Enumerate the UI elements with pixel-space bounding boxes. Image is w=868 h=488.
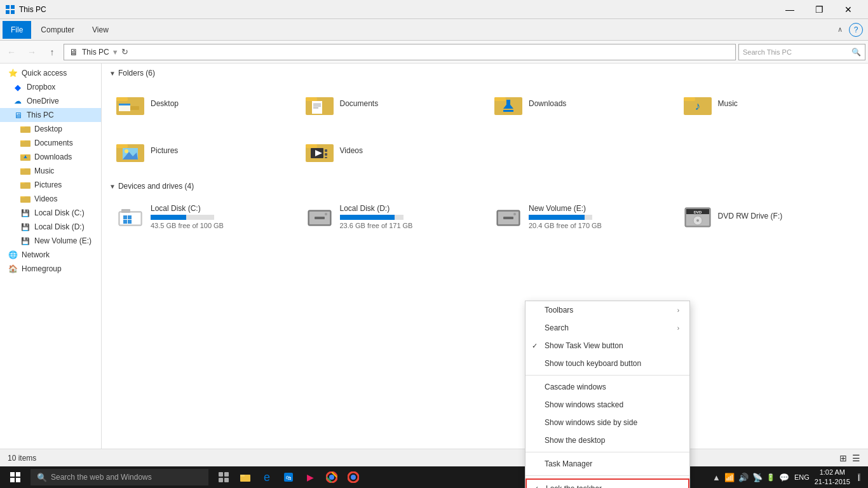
folder-item-videos[interactable]: Videos [299, 130, 483, 172]
sidebar-item-this-pc[interactable]: 🖥 This PC [0, 108, 101, 122]
svg-text:🛍: 🛍 [286, 475, 292, 481]
drive-c-info: Local Disk (C:) 43.5 GB free of 100 GB [151, 204, 224, 229]
ctx-stacked[interactable]: Show windows stacked [526, 396, 689, 414]
ctx-show-task-view[interactable]: ✓ Show Task View button [526, 337, 689, 355]
sidebar-item-quick-access[interactable]: ⭐ Quick access [0, 66, 101, 80]
store-taskbar[interactable]: 🛍 [278, 466, 299, 488]
drive-item-e[interactable]: New Volume (E:) 20.4 GB free of 170 GB [487, 196, 672, 238]
sidebar-item-local-c[interactable]: 💾 Local Disk (C:) [0, 206, 101, 220]
path-icon: 🖥 [69, 47, 78, 57]
battery-icon: 🔋 [766, 473, 775, 482]
refresh-button[interactable]: ↻ [121, 47, 128, 57]
window-controls: — ❐ ✕ [775, 0, 863, 19]
sidebar-item-network[interactable]: 🌐 Network [0, 248, 101, 262]
start-button[interactable] [3, 466, 28, 488]
network-status-icon[interactable]: 📶 [724, 473, 735, 482]
chrome2-taskbar[interactable] [343, 466, 363, 488]
ctx-cascade[interactable]: Cascade windows [526, 378, 689, 396]
dropbox-icon: ◆ [13, 82, 23, 92]
up-button[interactable]: ↑ [43, 43, 61, 61]
svg-rect-43 [306, 144, 317, 148]
drive-item-c[interactable]: Local Disk (C:) 43.5 GB free of 100 GB [109, 196, 294, 238]
svg-point-63 [513, 213, 516, 215]
ctx-show-touch-keyboard[interactable]: Show touch keyboard button [526, 355, 689, 372]
ctx-stacked-label: Show windows stacked [545, 400, 623, 409]
view-list-icon[interactable]: ☰ [852, 453, 860, 463]
address-path[interactable]: 🖥 This PC ▼ ↻ [64, 44, 736, 60]
ctx-toolbars-arrow: › [677, 307, 679, 314]
taskbar-chevron[interactable]: ▲ [712, 473, 721, 482]
sidebar-item-pictures[interactable]: Pictures [0, 178, 101, 192]
sidebar-item-downloads[interactable]: Downloads [0, 150, 101, 164]
show-desktop-btn[interactable]: | [858, 473, 860, 481]
folder-item-music[interactable]: ♪ Music [677, 83, 861, 125]
sidebar-item-local-d[interactable]: 💾 Local Disk (D:) [0, 220, 101, 234]
pictures-folder-label: Pictures [151, 146, 178, 155]
ctx-lock-taskbar[interactable]: ✓ Lock the taskbar [526, 478, 689, 488]
forward-button[interactable]: → [23, 43, 41, 61]
title-bar-icon [5, 4, 15, 15]
sidebar-item-videos[interactable]: Videos [0, 192, 101, 206]
svg-rect-38 [116, 144, 128, 148]
maximize-button[interactable]: ❐ [804, 0, 834, 19]
volume-icon[interactable]: 🔊 [738, 473, 749, 482]
ctx-search[interactable]: Search › [526, 319, 689, 337]
sidebar-label-music: Music [34, 166, 54, 175]
drive-item-f[interactable]: DVD DVD RW Drive (F:) [677, 196, 861, 238]
ctx-task-view-label: Show Task View button [545, 341, 623, 350]
file-explorer-taskbar[interactable] [235, 466, 255, 488]
back-button[interactable]: ← [3, 43, 20, 61]
folder-item-pictures[interactable]: Pictures [109, 130, 294, 172]
ctx-search-label: Search [545, 323, 569, 332]
drive-c-bar-fill [151, 215, 186, 220]
ctx-task-manager[interactable]: Task Manager [526, 455, 689, 473]
task-view-icon [218, 471, 229, 483]
help-button[interactable]: ? [849, 23, 863, 37]
notification-icon[interactable]: 💬 [779, 473, 789, 482]
sidebar-item-documents[interactable]: Documents [0, 136, 101, 150]
sidebar-item-music[interactable]: Music [0, 164, 101, 178]
drive-item-d[interactable]: Local Disk (D:) 23.6 GB free of 171 GB [299, 196, 483, 238]
tab-view[interactable]: View [84, 21, 117, 39]
folder-item-downloads[interactable]: Downloads [487, 83, 672, 125]
search-box[interactable]: Search This PC 🔍 [738, 44, 865, 60]
chrome-taskbar[interactable] [322, 466, 342, 488]
path-dropdown[interactable]: ▼ [112, 48, 119, 56]
close-button[interactable]: ✕ [834, 0, 863, 19]
svg-point-59 [325, 213, 327, 215]
ctx-toolbars[interactable]: Toolbars › [526, 301, 689, 319]
ctx-lock-check: ✓ [533, 485, 539, 489]
wifi-icon[interactable]: 📡 [752, 473, 763, 482]
drive-c-name: Local Disk (C:) [151, 204, 224, 213]
folder-item-documents[interactable]: Documents [299, 83, 483, 125]
sidebar-item-desktop[interactable]: Desktop [0, 122, 101, 136]
sidebar-item-dropbox[interactable]: ◆ Dropbox [0, 80, 101, 94]
ribbon-expand[interactable]: ∧ [832, 23, 848, 36]
media-player-taskbar[interactable]: ▶ [300, 466, 320, 488]
folder-item-desktop[interactable]: Desktop [109, 83, 294, 125]
sidebar-label-desktop: Desktop [34, 125, 62, 133]
folders-section-header[interactable]: ▼ Folders (6) [109, 69, 860, 78]
edge-taskbar[interactable]: e [257, 466, 277, 488]
sidebar-label-onedrive: OneDrive [27, 97, 59, 105]
task-view-button[interactable] [214, 466, 234, 488]
sidebar-item-homegroup[interactable]: 🏠 Homegroup [0, 262, 101, 276]
taskbar-search[interactable]: 🔍 Search the web and Windows [31, 469, 208, 485]
tab-computer[interactable]: Computer [32, 21, 83, 39]
view-tiles-icon[interactable]: ⊞ [839, 453, 847, 463]
ctx-lock-label: Lock the taskbar [546, 484, 602, 488]
drives-section-header[interactable]: ▼ Devices and drives (4) [109, 182, 860, 191]
ctx-show-desktop[interactable]: Show the desktop [526, 431, 689, 449]
drive-f-info: DVD RW Drive (F:) [718, 212, 783, 222]
svg-rect-35 [684, 97, 695, 101]
minimize-button[interactable]: — [775, 0, 804, 19]
svg-rect-13 [20, 168, 25, 170]
tab-file[interactable]: File [3, 21, 31, 39]
svg-rect-0 [6, 5, 10, 9]
svg-rect-3 [11, 10, 15, 14]
svg-rect-32 [506, 100, 510, 106]
sidebar-item-onedrive[interactable]: ☁ OneDrive [0, 94, 101, 108]
sidebar-item-new-vol-e[interactable]: 💾 New Volume (E:) [0, 234, 101, 248]
ctx-side-by-side[interactable]: Show windows side by side [526, 414, 689, 431]
eng-label[interactable]: ENG [794, 473, 810, 481]
